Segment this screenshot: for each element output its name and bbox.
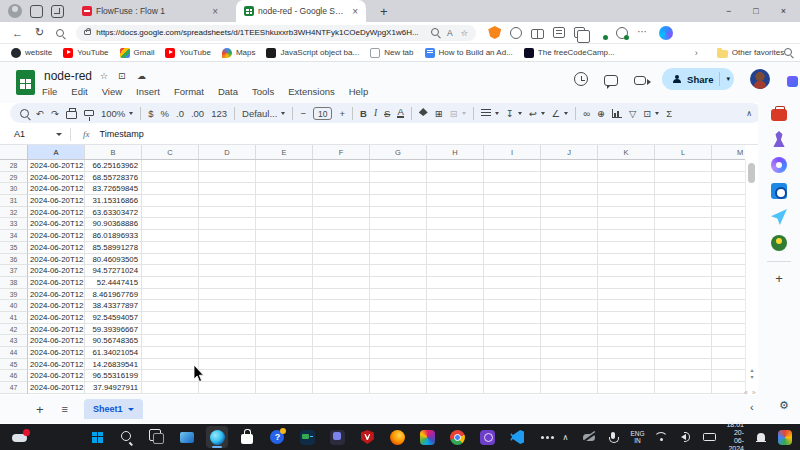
side-panel-collapse-icon[interactable]: ‹ <box>750 401 754 413</box>
wifi-icon[interactable] <box>654 430 668 444</box>
cell-empty[interactable] <box>541 324 598 336</box>
font-family-button[interactable]: Defaul... <box>242 108 285 119</box>
cell-timestamp[interactable]: 2024-06-20T12: <box>28 160 85 172</box>
menu-format[interactable]: Format <box>174 86 204 97</box>
cell-empty[interactable] <box>427 242 484 254</box>
new-tab-button[interactable]: + <box>376 4 392 19</box>
cell-empty[interactable] <box>712 289 745 301</box>
cell-empty[interactable] <box>142 277 199 289</box>
more-taskbar-icon[interactable] <box>536 426 558 448</box>
back-icon[interactable]: ← <box>12 27 23 39</box>
cell-empty[interactable] <box>598 324 655 336</box>
cell-value[interactable]: 83.72659845 <box>85 183 142 195</box>
cell-empty[interactable] <box>541 300 598 312</box>
cell-empty[interactable] <box>199 289 256 301</box>
cell-empty[interactable] <box>598 289 655 301</box>
cell-empty[interactable] <box>484 359 541 371</box>
row-header[interactable]: 36 <box>0 254 28 266</box>
browser-profile-icon[interactable] <box>8 4 22 18</box>
cell-empty[interactable] <box>427 218 484 230</box>
cell-empty[interactable] <box>655 335 712 347</box>
cell-empty[interactable] <box>256 265 313 277</box>
cell-empty[interactable] <box>142 183 199 195</box>
cell-empty[interactable] <box>712 254 745 266</box>
vscode-taskbar-icon[interactable] <box>506 426 528 448</box>
cell-empty[interactable] <box>256 160 313 172</box>
strikethrough-button[interactable]: S <box>384 108 390 119</box>
cell-empty[interactable] <box>199 359 256 371</box>
cell-empty[interactable] <box>598 370 655 382</box>
cell-empty[interactable] <box>484 230 541 242</box>
cell-empty[interactable] <box>712 370 745 382</box>
share-dropdown-icon[interactable]: ▾ <box>726 75 730 83</box>
cell-value[interactable]: 90.56748365 <box>85 335 142 347</box>
insert-comment-button[interactable]: ⊕ <box>597 108 605 119</box>
metamask-icon[interactable] <box>488 26 501 39</box>
addon-green-icon[interactable] <box>771 235 787 251</box>
format-currency-button[interactable]: $ <box>148 108 153 119</box>
more-formats-button[interactable]: 123 <box>211 108 227 119</box>
onedrive-icon[interactable] <box>582 430 596 444</box>
cell-empty[interactable] <box>655 370 712 382</box>
cell-empty[interactable] <box>541 382 598 394</box>
cell-empty[interactable] <box>142 218 199 230</box>
cell-empty[interactable] <box>427 254 484 266</box>
vertical-scrollbar[interactable]: ▴ ▾ <box>745 160 757 395</box>
all-sheets-icon[interactable]: ≡ <box>62 403 68 415</box>
cell-value[interactable]: 59.39396667 <box>85 324 142 336</box>
borders-button[interactable]: ⊞ <box>435 108 443 119</box>
github-desktop-taskbar-icon[interactable] <box>476 426 498 448</box>
task-view-taskbar-icon[interactable] <box>146 426 168 448</box>
cell-empty[interactable] <box>712 183 745 195</box>
cell-empty[interactable] <box>712 382 745 394</box>
format-percent-button[interactable]: % <box>161 108 169 119</box>
cell-empty[interactable] <box>655 300 712 312</box>
cell-empty[interactable] <box>427 195 484 207</box>
column-header-L[interactable]: L <box>655 145 712 159</box>
row-header[interactable]: 40 <box>0 300 28 312</box>
cell-timestamp[interactable]: 2024-06-20T12: <box>28 335 85 347</box>
cell-empty[interactable] <box>427 324 484 336</box>
menu-edit[interactable]: Edit <box>71 86 87 97</box>
cell-empty[interactable] <box>370 335 427 347</box>
vertical-align-button[interactable]: ↧ <box>506 108 522 119</box>
cell-empty[interactable] <box>541 347 598 359</box>
cell-empty[interactable] <box>541 312 598 324</box>
cell-empty[interactable] <box>541 195 598 207</box>
split-screen-icon[interactable] <box>531 29 544 39</box>
cell-empty[interactable] <box>598 195 655 207</box>
meet-camera-icon[interactable] <box>634 76 646 85</box>
row-header[interactable]: 30 <box>0 183 28 195</box>
cell-empty[interactable] <box>142 382 199 394</box>
cell-empty[interactable] <box>370 172 427 184</box>
cell-empty[interactable] <box>256 300 313 312</box>
cell-timestamp[interactable]: 2024-06-20T12: <box>28 300 85 312</box>
row-header[interactable]: 41 <box>0 312 28 324</box>
cell-timestamp[interactable]: 2024-06-20T12: <box>28 183 85 195</box>
cell-timestamp[interactable]: 2024-06-20T12: <box>28 254 85 266</box>
cell-empty[interactable] <box>427 183 484 195</box>
cell-value[interactable]: 90.90368886 <box>85 218 142 230</box>
cell-empty[interactable] <box>427 289 484 301</box>
cell-empty[interactable] <box>655 324 712 336</box>
cell-empty[interactable] <box>370 347 427 359</box>
column-header-M[interactable]: M <box>712 145 745 159</box>
row-header[interactable]: 34 <box>0 230 28 242</box>
teams-taskbar-icon[interactable] <box>326 426 348 448</box>
more-icon[interactable]: ⋯ <box>637 26 650 39</box>
cell-empty[interactable] <box>655 277 712 289</box>
tab-flowfuse[interactable]: FlowFuse : Flow 1 × <box>74 0 226 22</box>
cell-empty[interactable] <box>541 242 598 254</box>
row-header[interactable]: 43 <box>0 335 28 347</box>
cell-empty[interactable] <box>484 160 541 172</box>
favorite-item[interactable]: Gmail <box>120 48 155 58</box>
favorites-list-icon[interactable] <box>553 27 565 38</box>
cell-empty[interactable] <box>370 218 427 230</box>
cell-value[interactable]: 94.57271024 <box>85 265 142 277</box>
cell-timestamp[interactable]: 2024-06-20T12: <box>28 382 85 394</box>
insert-chart-button[interactable] <box>612 109 622 118</box>
favorite-star-icon[interactable]: ☆ <box>461 28 469 38</box>
menu-insert[interactable]: Insert <box>136 86 160 97</box>
text-rotation-button[interactable]: ∠ <box>552 108 569 119</box>
cell-empty[interactable] <box>541 335 598 347</box>
